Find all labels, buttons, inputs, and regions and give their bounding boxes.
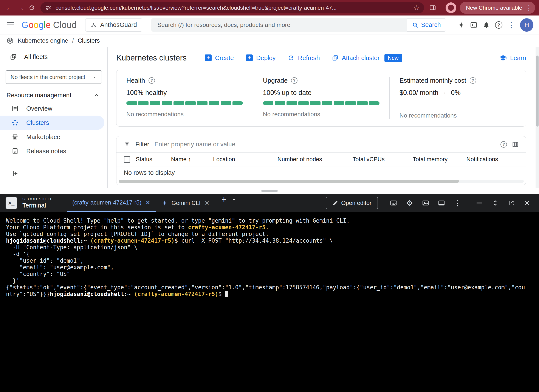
browser-forward-button[interactable]: → — [15, 2, 26, 13]
side-panel-icon[interactable] — [427, 2, 438, 13]
terminal-tab-project[interactable]: (crafty-acumen-472417-r5) ✕ — [67, 194, 156, 212]
upgrade-help-icon[interactable]: ? — [291, 77, 298, 84]
sidebar-item-marketplace[interactable]: Marketplace — [0, 130, 104, 144]
select-all-checkbox[interactable] — [124, 156, 130, 163]
upgrade-progress-bar — [263, 102, 379, 105]
learn-button[interactable]: Learn — [499, 54, 526, 62]
fleet-selector-dropdown[interactable]: No fleets in the current project — [6, 70, 102, 84]
cloud-shell-title: Terminal — [22, 202, 53, 209]
column-header-vcpus[interactable]: Total vCPUs — [353, 156, 413, 163]
project-selector[interactable]: AnthosGuard — [85, 18, 142, 32]
cost-help-icon[interactable]: ? — [470, 77, 476, 84]
site-info-icon[interactable] — [45, 5, 52, 11]
chevron-up-icon — [94, 92, 99, 98]
refresh-button[interactable]: Refresh — [288, 54, 320, 62]
dock-panel-icon[interactable] — [435, 197, 448, 209]
column-header-status[interactable]: Status — [136, 156, 171, 163]
breadcrumb-section[interactable]: Kubernetes engine — [18, 37, 68, 44]
help-icon[interactable]: ? — [492, 19, 505, 31]
health-help-icon[interactable]: ? — [149, 77, 155, 84]
close-panel-icon[interactable] — [521, 197, 533, 209]
terminal-cursor — [225, 291, 228, 297]
web-preview-icon[interactable] — [419, 197, 432, 209]
create-plus-icon: + — [205, 54, 212, 61]
open-editor-button[interactable]: Open editor — [326, 197, 378, 209]
filter-help-icon[interactable]: ? — [500, 141, 507, 148]
create-button[interactable]: + Create — [205, 54, 234, 62]
upgrade-note: No recommendations — [263, 111, 379, 118]
keyboard-icon[interactable] — [387, 197, 400, 209]
table-empty-message: No rows to display — [116, 166, 526, 179]
marketplace-icon — [12, 133, 19, 140]
health-note: No recommendations — [126, 111, 243, 118]
browser-back-button[interactable]: ← — [4, 2, 15, 13]
new-chrome-available-button[interactable]: New Chrome available ⋮ — [460, 2, 535, 14]
url-bar[interactable]: console.cloud.google.com/kubernetes/list… — [40, 2, 424, 13]
search-button[interactable]: Search — [407, 18, 446, 32]
gemini-icon — [162, 200, 168, 206]
cloud-shell-kicker: CLOUD SHELL — [22, 197, 53, 201]
health-title: Health — [126, 77, 145, 84]
column-header-nodes[interactable]: Number of nodes — [278, 156, 353, 163]
sidebar-item-all-fleets[interactable]: All fleets — [0, 50, 107, 63]
expand-panel-icon[interactable] — [489, 197, 501, 209]
browser-refresh-button[interactable] — [26, 2, 38, 13]
gemini-sparkle-icon[interactable] — [455, 19, 467, 31]
notifications-bell-icon[interactable] — [480, 19, 492, 31]
vertical-scrollbar[interactable] — [536, 47, 539, 188]
google-logo-letters: Google — [22, 20, 51, 30]
upgrade-value: 100% up to date — [263, 89, 379, 97]
horizontal-scrollbar[interactable] — [119, 180, 524, 183]
breadcrumb: Kubernetes engine / Clusters — [0, 34, 539, 47]
table-header-row: Status Name↑ Location Number of nodes To… — [116, 153, 526, 166]
sidebar-item-release-notes[interactable]: Release notes — [0, 144, 104, 158]
edit-pencil-icon — [332, 200, 338, 206]
resource-management-section[interactable]: Resource management — [0, 89, 107, 102]
browser-profile-avatar[interactable] — [446, 2, 456, 13]
console-header: Google Cloud AnthosGuard Search ? ⋮ H — [0, 15, 539, 34]
toolbar-divider — [442, 4, 442, 12]
sidebar-item-clusters[interactable]: Clusters — [0, 116, 104, 130]
learn-icon — [499, 54, 507, 62]
main-panel: Kubernetes clusters + Create + Deploy Re… — [108, 47, 539, 188]
filter-input[interactable] — [154, 141, 495, 148]
deploy-button[interactable]: + Deploy — [246, 54, 275, 62]
filter-label[interactable]: Filter — [135, 141, 149, 148]
attach-cluster-button[interactable]: Attach cluster New — [332, 54, 402, 62]
column-header-location[interactable]: Location — [213, 156, 278, 163]
minimize-icon[interactable] — [473, 197, 486, 209]
upgrade-title: Upgrade — [263, 77, 288, 84]
add-tab-icon[interactable]: + — [218, 194, 230, 205]
panel-resize-strip — [0, 188, 539, 194]
search-icon — [412, 22, 419, 28]
column-header-notifications[interactable]: Notifications — [467, 156, 519, 163]
page-title: Kubernetes clusters — [116, 53, 187, 63]
bookmark-star-icon[interactable]: ☆ — [413, 4, 419, 12]
tab-options-caret-icon[interactable] — [230, 194, 238, 205]
refresh-icon — [288, 54, 294, 61]
column-header-memory[interactable]: Total memory — [413, 156, 466, 163]
sort-ascending-icon: ↑ — [188, 156, 191, 163]
navigation-menu-icon[interactable] — [6, 19, 17, 31]
project-icon — [91, 22, 97, 28]
collapse-sidebar-icon[interactable] — [12, 170, 19, 177]
more-options-icon[interactable]: ⋮ — [505, 19, 517, 31]
column-header-name[interactable]: Name↑ — [171, 156, 213, 163]
more-options-icon[interactable]: ⋮ — [451, 197, 464, 209]
column-display-icon[interactable] — [512, 141, 519, 148]
terminal-output[interactable]: Welcome to Cloud Shell! Type "help" to g… — [0, 212, 539, 392]
settings-gear-icon[interactable]: ⚙ — [403, 197, 416, 209]
panel-drag-handle[interactable] — [261, 190, 278, 192]
google-cloud-logo[interactable]: Google Cloud — [22, 20, 77, 30]
terminal-tab-gemini-cli[interactable]: Gemini CLI ✕ — [156, 194, 215, 212]
browser-menu-icon[interactable]: ⋮ — [526, 4, 532, 12]
health-value: 100% healthy — [126, 89, 243, 97]
open-in-new-window-icon[interactable] — [505, 197, 517, 209]
url-text[interactable]: console.cloud.google.com/kubernetes/list… — [56, 5, 409, 11]
activate-cloud-shell-icon[interactable] — [467, 19, 480, 31]
close-tab-icon[interactable]: ✕ — [145, 199, 150, 206]
close-tab-icon[interactable]: ✕ — [204, 199, 209, 207]
account-avatar[interactable]: H — [520, 18, 533, 32]
search-input[interactable] — [151, 18, 407, 32]
sidebar-item-overview[interactable]: Overview — [0, 102, 104, 116]
